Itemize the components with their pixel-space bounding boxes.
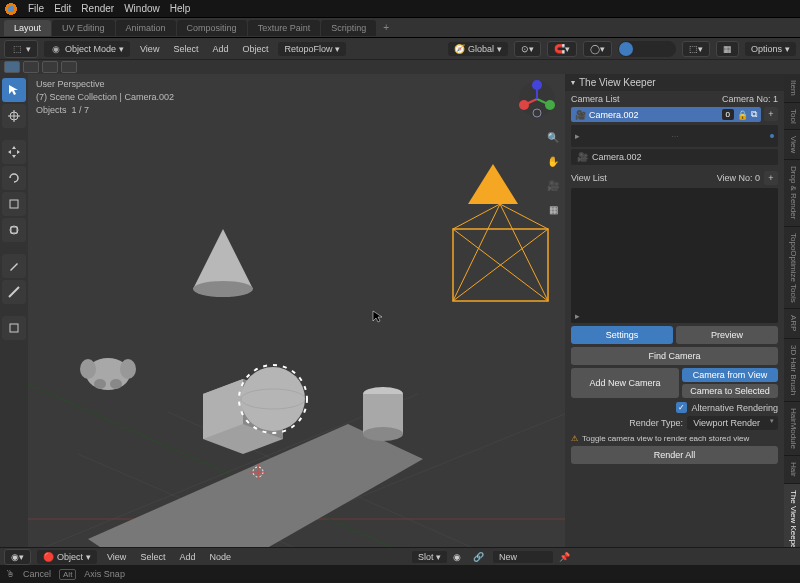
perspective-icon[interactable]: ▦ — [545, 201, 561, 217]
camera-name-field[interactable] — [589, 110, 719, 120]
vtab-hair[interactable]: Hair — [784, 456, 800, 484]
options-button[interactable]: Options ▾ — [745, 42, 796, 56]
alt-render-label: Alternative Rendering — [691, 403, 778, 413]
vtab-tool[interactable]: Tool — [784, 103, 800, 131]
add-camera-button[interactable]: + — [764, 107, 778, 121]
tab-scripting[interactable]: Scripting — [321, 20, 376, 36]
node-opt-1[interactable] — [750, 551, 764, 563]
retopoflow-menu[interactable]: RetopoFlow ▾ — [278, 42, 346, 56]
overlay-toggle[interactable]: ⬚▾ — [682, 41, 710, 57]
tab-texture[interactable]: Texture Paint — [248, 20, 321, 36]
copy-icon[interactable]: ⧉ — [751, 109, 757, 120]
find-camera-button[interactable]: Find Camera — [571, 347, 778, 365]
tab-layout[interactable]: Layout — [4, 20, 51, 36]
alt-render-checkbox[interactable]: ✓ — [676, 402, 687, 413]
camera-to-selected-button[interactable]: Camera to Selected — [682, 384, 778, 398]
node-menu-select[interactable]: Select — [136, 552, 169, 562]
preview-tab[interactable]: Preview — [676, 326, 778, 344]
node-opt-3[interactable] — [782, 551, 796, 563]
slot-selector[interactable]: Slot ▾ — [412, 551, 447, 563]
menu-help[interactable]: Help — [170, 3, 191, 14]
node-menu-add[interactable]: Add — [175, 552, 199, 562]
tool-cursor[interactable] — [2, 104, 26, 128]
mouse-cursor — [373, 311, 382, 322]
add-view-button[interactable]: + — [764, 171, 778, 185]
svg-marker-16 — [193, 229, 253, 289]
node-opt-2[interactable] — [766, 551, 780, 563]
vtab-hairmod[interactable]: HairModule — [784, 402, 800, 456]
vtab-topo[interactable]: TopoOptimize Tools — [784, 227, 800, 310]
camera-no-label: Camera No: 1 — [722, 94, 778, 104]
menu-object[interactable]: Object — [238, 44, 272, 54]
add-new-camera-button[interactable]: Add New Camera — [571, 368, 679, 398]
camera-icon: 🎥 — [577, 152, 588, 162]
camera-from-view-button[interactable]: Camera from View — [682, 368, 778, 382]
node-editor-mode[interactable]: 🔴 Object ▾ — [37, 550, 97, 564]
vtab-drop[interactable]: Drop & Render — [784, 160, 800, 226]
vtab-item[interactable]: Item — [784, 74, 800, 103]
tool-measure[interactable] — [2, 280, 26, 304]
lock-icon[interactable]: 🔒 — [737, 110, 748, 120]
pivot-selector[interactable]: ⊙▾ — [514, 41, 541, 57]
xray-toggle[interactable]: ▦ — [716, 41, 739, 57]
orientation-selector[interactable]: 🧭 Global ▾ — [448, 42, 508, 56]
3d-viewport[interactable]: User Perspective (7) Scene Collection | … — [28, 74, 565, 565]
zoom-icon[interactable]: 🔍 — [545, 129, 561, 145]
tool-annotate[interactable] — [2, 254, 26, 278]
svg-point-44 — [545, 100, 555, 110]
shading-material[interactable] — [647, 42, 661, 56]
tab-uv[interactable]: UV Editing — [52, 20, 115, 36]
browse-material-icon[interactable]: ◉ — [453, 552, 467, 562]
tool-add[interactable] — [2, 316, 26, 340]
nav-gizmo[interactable] — [517, 79, 557, 121]
menu-add[interactable]: Add — [208, 44, 232, 54]
new-material-button[interactable]: New — [493, 551, 553, 563]
vtab-hairbrush[interactable]: 3D Hair Brush — [784, 339, 800, 402]
camera-detail-row[interactable]: 🎥 Camera.002 — [571, 149, 778, 165]
menu-view[interactable]: View — [136, 44, 163, 54]
select-mode-4[interactable] — [61, 61, 77, 73]
node-menu-node[interactable]: Node — [205, 552, 235, 562]
render-type-select[interactable]: Viewport Render — [687, 416, 778, 430]
tool-transform[interactable] — [2, 218, 26, 242]
svg-point-46 — [532, 80, 542, 90]
settings-tab[interactable]: Settings — [571, 326, 673, 344]
vtab-arp[interactable]: ARP — [784, 309, 800, 338]
refresh-icon[interactable] — [770, 134, 774, 138]
mode-selector[interactable]: ◉Object Mode ▾ — [44, 41, 130, 57]
camera-icon: 🎥 — [575, 110, 586, 120]
add-workspace-button[interactable]: + — [377, 22, 395, 33]
shading-rendered[interactable] — [661, 42, 675, 56]
shading-wireframe[interactable] — [619, 42, 633, 56]
tool-select[interactable] — [2, 78, 26, 102]
menu-select[interactable]: Select — [169, 44, 202, 54]
snap-toggle[interactable]: 🧲▾ — [547, 41, 577, 57]
render-all-button[interactable]: Render All — [571, 446, 778, 464]
menu-edit[interactable]: Edit — [54, 3, 71, 14]
alt-key: Alt — [59, 569, 76, 580]
tool-rotate[interactable] — [2, 166, 26, 190]
select-mode-3[interactable] — [42, 61, 58, 73]
menu-window[interactable]: Window — [124, 3, 160, 14]
pin-icon[interactable]: 📌 — [559, 552, 573, 562]
editor-type-selector[interactable]: ⬚▾ — [4, 40, 38, 58]
panel-title[interactable]: ▾The View Keeper — [565, 74, 784, 91]
shading-solid[interactable] — [633, 42, 647, 56]
menu-file[interactable]: File — [28, 3, 44, 14]
tab-compositing[interactable]: Compositing — [177, 20, 247, 36]
proportional-edit[interactable]: ◯▾ — [583, 41, 612, 57]
editor-type-node[interactable]: ◉▾ — [4, 549, 31, 565]
tab-animation[interactable]: Animation — [116, 20, 176, 36]
tool-move[interactable] — [2, 140, 26, 164]
tool-scale[interactable] — [2, 192, 26, 216]
svg-line-38 — [453, 204, 500, 301]
vtab-view[interactable]: View — [784, 130, 800, 160]
link-material-icon[interactable]: 🔗 — [473, 552, 487, 562]
menu-render[interactable]: Render — [81, 3, 114, 14]
node-menu-view[interactable]: View — [103, 552, 130, 562]
select-mode-2[interactable] — [23, 61, 39, 73]
select-mode-1[interactable] — [4, 61, 20, 73]
pan-icon[interactable]: ✋ — [545, 153, 561, 169]
camera-view-icon[interactable]: 🎥 — [545, 177, 561, 193]
camera-list-item[interactable]: 🎥 0 🔒 ⧉ — [571, 107, 761, 122]
